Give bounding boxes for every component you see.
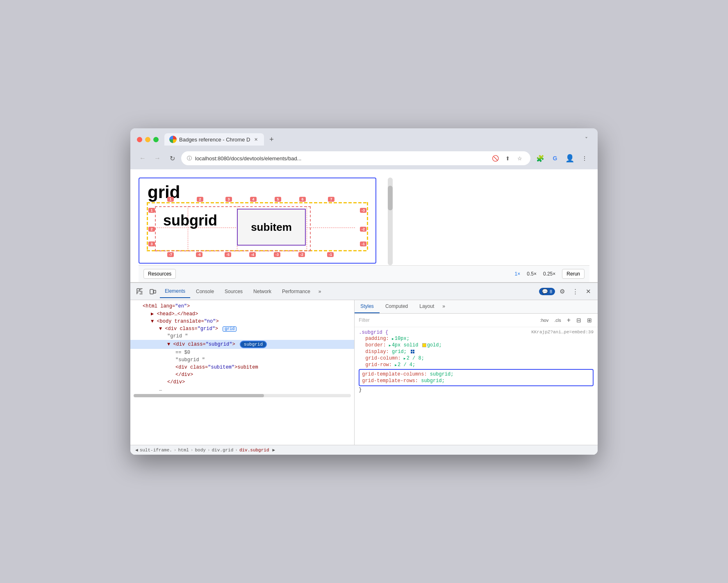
triangle-icon-gc[interactable]: ▶ bbox=[404, 357, 406, 360]
google-icon[interactable]: G bbox=[548, 152, 562, 165]
bookmark-icon[interactable]: ☆ bbox=[515, 153, 525, 163]
breadcrumb-item-divgrid[interactable]: div.grid bbox=[212, 448, 233, 453]
breadcrumb-sep-1: › bbox=[174, 448, 177, 453]
zoom-05x-button[interactable]: 0.5× bbox=[525, 270, 538, 278]
inspect-element-icon[interactable] bbox=[134, 285, 146, 298]
css-grid-column-line: grid-column: ▶2 / 8; bbox=[359, 355, 594, 362]
breadcrumb-item-html[interactable]: html bbox=[178, 448, 189, 453]
breadcrumb-item-divsubgrid[interactable]: div.subgrid bbox=[239, 448, 269, 453]
close-button[interactable] bbox=[137, 137, 142, 142]
dom-line-html[interactable]: <html lang="en"> bbox=[130, 303, 354, 310]
styles-tab-styles[interactable]: Styles bbox=[355, 300, 380, 313]
add-style-btn[interactable]: + bbox=[565, 316, 572, 325]
triangle-icon-border[interactable]: ▶ bbox=[389, 344, 391, 347]
settings-icon[interactable]: ⚙ bbox=[556, 285, 568, 298]
tab-close-button[interactable]: ✕ bbox=[253, 136, 259, 143]
styles-tab-computed[interactable]: Computed bbox=[380, 300, 414, 313]
svg-rect-1 bbox=[150, 289, 153, 294]
back-button[interactable]: ← bbox=[137, 153, 148, 164]
menu-icon[interactable]: ⋮ bbox=[578, 152, 591, 165]
breadcrumb-next-icon[interactable]: ▶ bbox=[273, 447, 275, 453]
css-val-border: ▶4px solid gold; bbox=[389, 342, 442, 348]
tab-elements[interactable]: Elements bbox=[160, 285, 190, 298]
extensions-icon[interactable]: 🧩 bbox=[534, 152, 547, 165]
preview-scrollbar-thumb[interactable] bbox=[388, 186, 393, 210]
dom-line-div-grid[interactable]: ▼ <div class="grid"> grid bbox=[130, 325, 354, 332]
tab-sources[interactable]: Sources bbox=[220, 285, 248, 298]
new-tab-button[interactable]: + bbox=[266, 134, 277, 145]
tab-console[interactable]: Console bbox=[191, 285, 219, 298]
breadcrumb-prev-icon[interactable]: ◀ bbox=[135, 447, 138, 453]
breadcrumb-item-body[interactable]: body bbox=[195, 448, 205, 453]
breadcrumb-item-iframe[interactable]: sult-iframe. bbox=[140, 448, 172, 453]
num-badge-top-1: 1 bbox=[167, 197, 174, 202]
dom-scrollbar-thumb[interactable] bbox=[134, 394, 264, 397]
dom-line-ellipsis[interactable]: … bbox=[130, 386, 354, 393]
dom-line-body[interactable]: ▼ <body translate="no"> bbox=[130, 318, 354, 325]
toolbar-icons: 🧩 G 👤 ⋮ bbox=[534, 152, 591, 165]
num-badge-bot-5: -3 bbox=[274, 252, 280, 257]
eye-slash-icon[interactable]: 🚫 bbox=[490, 153, 500, 163]
css-grid-badge[interactable] bbox=[411, 350, 414, 353]
close-devtools-button[interactable]: ✕ bbox=[582, 285, 594, 298]
ellipsis: … bbox=[159, 387, 162, 392]
badge-grid[interactable]: grid bbox=[223, 326, 237, 332]
dom-line-div-subitem[interactable]: <div class="subitem">subitem bbox=[130, 364, 354, 371]
chevron-down-icon[interactable]: ˅ bbox=[582, 134, 591, 144]
dom-line-eq-dollar: == $0 bbox=[130, 349, 354, 356]
css-val-padding: ▶10px; bbox=[392, 336, 410, 342]
triangle-icon-gr[interactable]: ▶ bbox=[395, 363, 397, 367]
css-gtc-line: grid-template-columns: subgrid; bbox=[362, 371, 590, 378]
dom-scrollbar[interactable] bbox=[134, 394, 351, 397]
dom-line-grid-text[interactable]: "grid " bbox=[130, 332, 354, 340]
computed-layout-btn[interactable]: ⊟ bbox=[575, 316, 583, 324]
css-source[interactable]: KKrajpZ?ani…pe=embed:39 bbox=[531, 330, 594, 335]
styles-tab-more[interactable]: » bbox=[440, 300, 448, 313]
browser-window: Badges reference - Chrome D ✕ + ˅ ← → ↻ … bbox=[130, 128, 598, 455]
issues-badge[interactable]: 💬 8 bbox=[539, 288, 555, 295]
zoom-controls: 1× 0.5× 0.25× bbox=[513, 270, 557, 278]
breadcrumb-sep-2: › bbox=[191, 448, 193, 453]
browser-tab[interactable]: Badges reference - Chrome D ✕ bbox=[164, 133, 264, 146]
tab-performance[interactable]: Performance bbox=[277, 285, 315, 298]
num-badge-left-1: 1 bbox=[148, 208, 155, 213]
url-bar[interactable]: ⓘ localhost:8080/docs/devtools/elements/… bbox=[181, 151, 530, 165]
css-border-line: border: ▶4px solid gold; bbox=[359, 342, 594, 348]
element-state-btn[interactable]: ⊞ bbox=[585, 316, 594, 324]
maximize-button[interactable] bbox=[153, 137, 159, 142]
share-icon[interactable]: ⬆ bbox=[503, 153, 512, 163]
profile-icon[interactable]: 👤 bbox=[563, 152, 576, 165]
cls-btn[interactable]: .cls bbox=[553, 317, 563, 323]
dom-line-subgrid-text[interactable]: "subgrid " bbox=[130, 356, 354, 364]
tab-network[interactable]: Network bbox=[248, 285, 276, 298]
dom-line-close-subgrid[interactable]: </div> bbox=[130, 378, 354, 386]
tag-html: <html lang="en"> bbox=[143, 303, 190, 309]
more-options-icon[interactable]: ⋮ bbox=[569, 285, 581, 298]
tab-more-button[interactable]: » bbox=[316, 285, 324, 298]
preview-scrollbar[interactable] bbox=[388, 178, 393, 265]
forward-button[interactable]: → bbox=[152, 153, 163, 164]
dom-line-close-div[interactable]: </div> bbox=[130, 371, 354, 378]
zoom-1x-button[interactable]: 1× bbox=[513, 270, 522, 278]
zoom-025x-button[interactable]: 0.25× bbox=[541, 270, 557, 278]
device-toolbar-icon[interactable] bbox=[147, 285, 159, 298]
tag-close-subgrid: </div> bbox=[167, 379, 185, 385]
rerun-button[interactable]: Rerun bbox=[562, 269, 585, 279]
dom-line-div-subgrid[interactable]: ▼ <div class="subgrid"> subgrid bbox=[130, 340, 354, 349]
dom-line-head[interactable]: ▶ <head>…</head> bbox=[130, 310, 354, 318]
css-val-gtr: subgrid; bbox=[421, 378, 445, 384]
svg-rect-0 bbox=[137, 289, 139, 291]
styles-filter-input[interactable] bbox=[359, 317, 536, 323]
minimize-button[interactable] bbox=[145, 137, 150, 142]
styles-tabs: Styles Computed Layout » bbox=[355, 300, 598, 314]
reload-button[interactable]: ↻ bbox=[166, 153, 178, 164]
css-selector: .subgrid { bbox=[359, 330, 388, 335]
styles-tab-layout[interactable]: Layout bbox=[414, 300, 440, 313]
tag-div-subgrid: ▼ <div class="subgrid"> bbox=[167, 342, 235, 347]
triangle-icon[interactable]: ▶ bbox=[392, 337, 394, 341]
resources-button[interactable]: Resources bbox=[143, 269, 176, 279]
badge-subgrid[interactable]: subgrid bbox=[240, 341, 267, 348]
hover-state-btn[interactable]: :hov bbox=[538, 317, 550, 323]
css-val-display: grid; bbox=[392, 349, 414, 355]
num-badge-right-1: -3 bbox=[360, 208, 366, 213]
